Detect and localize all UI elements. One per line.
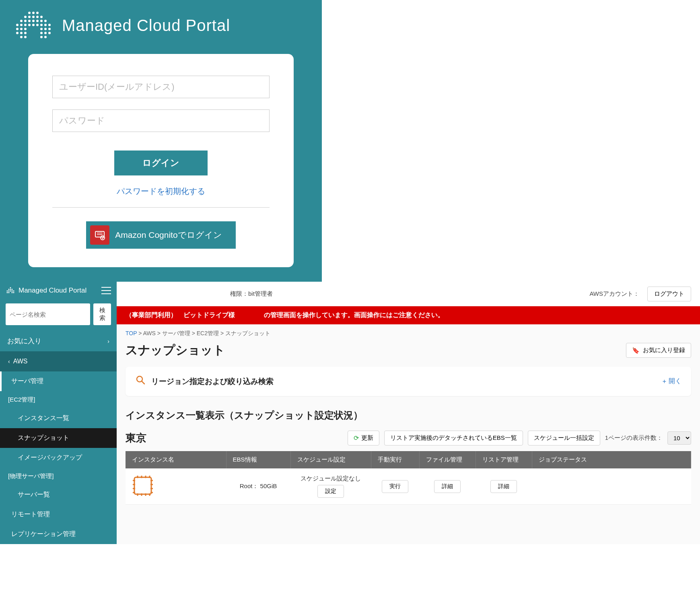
expand-label: 開く (669, 377, 681, 386)
user-id-input[interactable] (52, 76, 270, 98)
favorite-register-button[interactable]: 🔖 お気に入り登録 (626, 343, 691, 358)
svg-point-22 (44, 24, 47, 26)
breadcrumb-server: サーバ管理 (162, 330, 190, 336)
svg-point-1 (32, 12, 35, 14)
svg-point-51 (7, 292, 8, 293)
refresh-button[interactable]: ⟳ 更新 (348, 431, 379, 445)
refresh-label: 更新 (361, 434, 373, 442)
search-panel-title: リージョン指定および絞り込み検索 (151, 376, 274, 387)
nav-aws-label: AWS (13, 358, 28, 365)
sidebar: Managed Cloud Portal 検索 お気に入り › ‹ AWS サー… (0, 282, 117, 544)
nav-server-list[interactable]: サーバー覧 (0, 485, 117, 505)
page-size-select[interactable]: 10 (667, 431, 691, 445)
execute-button[interactable]: 実行 (382, 480, 408, 493)
th-instance-name: インスタンス名 (126, 451, 226, 468)
svg-point-25 (20, 28, 23, 30)
file-detail-button[interactable]: 詳細 (434, 480, 461, 493)
svg-point-18 (28, 24, 31, 26)
svg-point-21 (40, 24, 43, 26)
hamburger-icon[interactable] (101, 287, 111, 294)
warning-bar: （事業部門利用） ビットドライブ様 の管理画面を操作しています。画面操作にはご注… (117, 306, 700, 324)
svg-point-45 (12, 289, 13, 290)
svg-point-54 (13, 292, 14, 293)
svg-point-10 (28, 20, 31, 22)
search-panel[interactable]: リージョン指定および絞り込み検索 + 開く (126, 367, 691, 396)
svg-point-7 (40, 16, 43, 18)
page-search-input[interactable] (6, 303, 90, 325)
nav-favorites[interactable]: お気に入り › (0, 331, 117, 351)
login-card: ログイン パスワードを初期化する Amazon Cognitoでログイン (28, 54, 294, 267)
bookmark-icon: 🔖 (632, 347, 640, 354)
table-header-row: インスタンス名 EBS情報 スケジュール設定 手動実行 ファイル管理 リストア管… (126, 451, 691, 468)
cognito-icon (90, 225, 109, 245)
detached-ebs-button[interactable]: リストア実施後のデタッチされているEBS一覧 (384, 431, 523, 445)
bulk-schedule-button[interactable]: スケジュール一括設定 (528, 431, 600, 445)
th-file: ファイル管理 (419, 451, 476, 468)
aws-account-label: AWSアカウント： (589, 290, 639, 298)
th-schedule: スケジュール設定 (290, 451, 371, 468)
nav-instance-list[interactable]: インスタンス一覧 (0, 408, 117, 428)
svg-point-29 (48, 28, 51, 30)
svg-point-50 (13, 291, 14, 292)
instance-icon (132, 475, 154, 497)
breadcrumb-aws: AWS (143, 330, 155, 336)
svg-point-49 (12, 291, 13, 292)
login-panel: Managed Cloud Portal ログイン パスワードを初期化する Am… (0, 0, 322, 282)
refresh-icon: ⟳ (354, 434, 359, 442)
svg-point-14 (44, 20, 47, 22)
plus-icon: + (663, 378, 666, 385)
svg-point-48 (10, 291, 11, 292)
svg-point-23 (48, 24, 51, 26)
svg-point-53 (12, 292, 13, 293)
topbar-right: AWSアカウント： ログアウト (589, 287, 691, 301)
nav-ec2-group: [EC2管理] (0, 391, 117, 408)
password-input[interactable] (52, 109, 270, 132)
nav-remote-mgmt[interactable]: リモート管理 (0, 505, 117, 524)
svg-point-3 (24, 16, 27, 18)
breadcrumb-current: スナップショット (225, 330, 270, 336)
page-title: スナップショット (126, 342, 225, 359)
breadcrumb: TOP > AWS > サーバ管理 > EC2管理 > スナップショット (117, 324, 700, 340)
main-content: 権限：bit管理者 AWSアカウント： ログアウト （事業部門利用） ビットドラ… (117, 282, 700, 544)
nav-image-backup[interactable]: イメージバックアップ (0, 448, 117, 468)
svg-point-6 (36, 16, 39, 18)
svg-point-36 (20, 36, 23, 38)
th-ebs: EBS情報 (226, 451, 290, 468)
favorite-register-label: お気に入り登録 (643, 346, 685, 354)
login-title: Managed Cloud Portal (62, 16, 230, 35)
nav-aws[interactable]: ‹ AWS (0, 351, 117, 371)
cell-manual: 実行 (371, 468, 419, 505)
nav-replication-mgmt[interactable]: レプリケーション管理 (0, 524, 117, 544)
schedule-status: スケジュール設定なし (301, 475, 361, 483)
cell-file: 詳細 (419, 468, 476, 505)
cell-instance (126, 468, 226, 505)
breadcrumb-top[interactable]: TOP (126, 330, 137, 336)
svg-point-43 (8, 289, 10, 290)
svg-point-30 (16, 32, 19, 34)
svg-point-34 (44, 32, 47, 34)
cognito-login-button[interactable]: Amazon Cognitoでログイン (86, 221, 235, 249)
schedule-set-button[interactable]: 設定 (317, 485, 344, 498)
nav-snapshot[interactable]: スナップショット (0, 428, 117, 448)
region-name: 東京 (126, 431, 146, 445)
logout-button[interactable]: ログアウト (647, 287, 691, 301)
region-row: 東京 ⟳ 更新 リストア実施後のデタッチされているEBS一覧 スケジュール一括設… (117, 431, 700, 451)
svg-point-27 (40, 28, 43, 30)
login-button[interactable]: ログイン (114, 151, 208, 175)
svg-point-17 (24, 24, 27, 26)
svg-point-4 (28, 16, 31, 18)
page-search-button[interactable]: 検索 (93, 303, 111, 325)
svg-point-41 (101, 236, 105, 240)
svg-rect-57 (134, 477, 151, 494)
svg-point-47 (8, 291, 10, 292)
svg-point-24 (16, 28, 19, 30)
password-reset-link[interactable]: パスワードを初期化する (52, 186, 270, 197)
svg-point-20 (36, 24, 39, 26)
svg-point-35 (48, 32, 51, 34)
nav-server-mgmt[interactable]: サーバ管理 (0, 371, 117, 391)
expand-button[interactable]: + 開く (663, 377, 681, 386)
restore-detail-button[interactable]: 詳細 (490, 480, 517, 493)
svg-point-9 (24, 20, 27, 22)
chevron-right-icon: › (107, 338, 109, 344)
cognito-button-label: Amazon Cognitoでログイン (115, 229, 222, 241)
